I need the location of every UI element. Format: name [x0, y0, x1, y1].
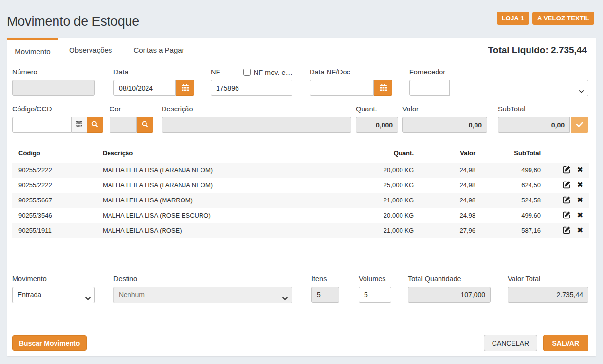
- tab-content: Número Data NF: [7, 62, 596, 356]
- movimento-label: Movimento: [12, 275, 95, 283]
- delete-row-button[interactable]: ✖: [577, 182, 583, 189]
- field-valor-total: Valor Total: [508, 275, 588, 303]
- total-quantidade-input: [408, 287, 491, 303]
- table-row: 90255/3546 MALHA LEILA LISA (ROSE ESCURO…: [12, 208, 589, 223]
- volumes-label: Volumes: [359, 275, 391, 283]
- company-badge[interactable]: A VELOZ TEXTIL: [532, 12, 594, 25]
- summary-row: Movimento Entrada Destino: [12, 275, 588, 303]
- table-row: 90255/2222 MALHA LEILA LISA (LARANJA NEO…: [12, 178, 589, 193]
- col-codigo: Código: [12, 145, 96, 163]
- tab-movimento[interactable]: Movimento: [7, 38, 58, 62]
- store-badge-loja[interactable]: LOJA 1: [497, 12, 529, 25]
- calendar-icon: [380, 84, 387, 92]
- field-descricao: Descrição: [162, 106, 351, 133]
- col-quant: Quant.: [346, 145, 419, 163]
- data-input[interactable]: [113, 80, 176, 96]
- volumes-input[interactable]: [359, 287, 391, 303]
- calendar-icon: [182, 84, 189, 92]
- cell-actions: ✖: [546, 223, 589, 238]
- tab-observacoes[interactable]: Observações: [58, 38, 123, 62]
- delete-row-button[interactable]: ✖: [577, 166, 583, 174]
- nf-mov-checkbox[interactable]: [243, 69, 251, 76]
- cell-quant: 21,000 KG: [346, 193, 419, 208]
- search-icon: [142, 121, 148, 129]
- edit-row-button[interactable]: [563, 211, 571, 220]
- field-data-nf-doc: Data NF/Doc: [310, 69, 392, 96]
- nf-mov-checkbox-label[interactable]: NF mov. e…: [254, 69, 292, 76]
- field-quant: Quant.: [356, 106, 398, 133]
- nf-input[interactable]: [211, 80, 292, 96]
- cell-subtotal: 524,58: [480, 193, 546, 208]
- cell-subtotal: 499,60: [480, 163, 546, 178]
- field-cor: Cor: [110, 106, 153, 133]
- cell-codigo: 90255/2222: [12, 178, 96, 193]
- cell-quant: 25,000 KG: [346, 178, 419, 193]
- data-nf-doc-input[interactable]: [310, 80, 374, 96]
- cell-quant: 20,000 KG: [346, 208, 419, 223]
- pencil-square-icon: [563, 181, 571, 190]
- cell-valor: 24,98: [419, 178, 480, 193]
- col-descricao: Descrição: [96, 145, 346, 163]
- page-header: Movimento de Estoque LOJA 1 A VELOZ TEXT…: [0, 0, 603, 38]
- movimento-select[interactable]: Entrada: [12, 287, 95, 303]
- total-liquido-value: 2.735,44: [551, 45, 587, 55]
- field-destino: Destino Nenhum: [113, 275, 292, 303]
- form-row-2: Código/CCD Cor: [12, 106, 588, 133]
- edit-row-button[interactable]: [563, 165, 571, 175]
- col-subtotal: SubTotal: [480, 145, 546, 163]
- valor-total-input: [508, 287, 588, 303]
- codigo-search-button[interactable]: [87, 117, 103, 133]
- data-nf-doc-label: Data NF/Doc: [310, 69, 392, 76]
- destino-select: Nenhum: [113, 287, 292, 303]
- salvar-button[interactable]: SALVAR: [543, 335, 588, 351]
- cell-subtotal: 624,50: [480, 178, 546, 193]
- delete-row-button[interactable]: ✖: [577, 197, 583, 204]
- cell-quant: 21,000 KG: [346, 223, 419, 238]
- field-subtotal: SubTotal: [498, 106, 588, 133]
- edit-row-button[interactable]: [563, 181, 571, 190]
- itens-label: Itens: [311, 275, 339, 283]
- field-numero: Número: [12, 69, 95, 96]
- fornecedor-select[interactable]: [449, 80, 588, 96]
- cell-actions: ✖: [546, 178, 589, 193]
- data-nf-doc-calendar-button[interactable]: [374, 80, 392, 96]
- search-icon: [91, 121, 98, 129]
- fornecedor-code-input[interactable]: [409, 80, 450, 96]
- cor-search-button[interactable]: [137, 117, 153, 133]
- movement-card: Movimento Observações Contas a Pagar Tot…: [7, 38, 596, 356]
- data-calendar-button[interactable]: [176, 80, 194, 96]
- cell-codigo: 90255/5667: [12, 193, 96, 208]
- cell-descricao: MALHA LEILA LISA (ROSE ESCURO): [96, 208, 346, 223]
- subtotal-input: [498, 117, 570, 133]
- field-fornecedor: Fornecedor: [409, 69, 588, 96]
- data-label: Data: [113, 69, 194, 76]
- nf-mov-checkbox-wrap[interactable]: NF mov. e…: [243, 69, 292, 76]
- pencil-square-icon: [563, 226, 571, 236]
- total-liquido-label: Total Líquido:: [488, 45, 548, 55]
- table-row: 90255/2222 MALHA LEILA LISA (LARANJA NEO…: [12, 163, 589, 178]
- codigo-ccd-input[interactable]: [12, 117, 72, 133]
- codigo-ccd-label: Código/CCD: [12, 106, 103, 113]
- valor-total-label: Valor Total: [508, 275, 588, 283]
- confirm-item-button[interactable]: [571, 117, 588, 133]
- field-valor: Valor: [402, 106, 487, 133]
- barcode-scan-button[interactable]: [72, 117, 87, 133]
- pencil-square-icon: [563, 196, 571, 205]
- items-table-header: Código Descrição Quant. Valor SubTotal: [12, 145, 589, 163]
- tab-contas-a-pagar[interactable]: Contas a Pagar: [123, 38, 195, 62]
- field-volumes: Volumes: [359, 275, 391, 303]
- valor-input: [402, 117, 487, 133]
- delete-row-button[interactable]: ✖: [577, 227, 583, 234]
- cell-descricao: MALHA LEILA LISA (ROSE): [96, 223, 346, 238]
- cor-input: [110, 117, 137, 133]
- itens-input: [311, 287, 339, 303]
- edit-row-button[interactable]: [563, 226, 571, 236]
- cancelar-button[interactable]: CANCELAR: [484, 335, 537, 351]
- delete-row-button[interactable]: ✖: [577, 212, 583, 219]
- cell-subtotal: 499,60: [480, 208, 546, 223]
- edit-row-button[interactable]: [563, 196, 571, 205]
- buscar-movimento-button[interactable]: Buscar Movimento: [12, 335, 87, 351]
- cell-descricao: MALHA LEILA LISA (MARROM): [96, 193, 346, 208]
- cell-actions: ✖: [546, 193, 589, 208]
- cell-actions: ✖: [546, 208, 589, 223]
